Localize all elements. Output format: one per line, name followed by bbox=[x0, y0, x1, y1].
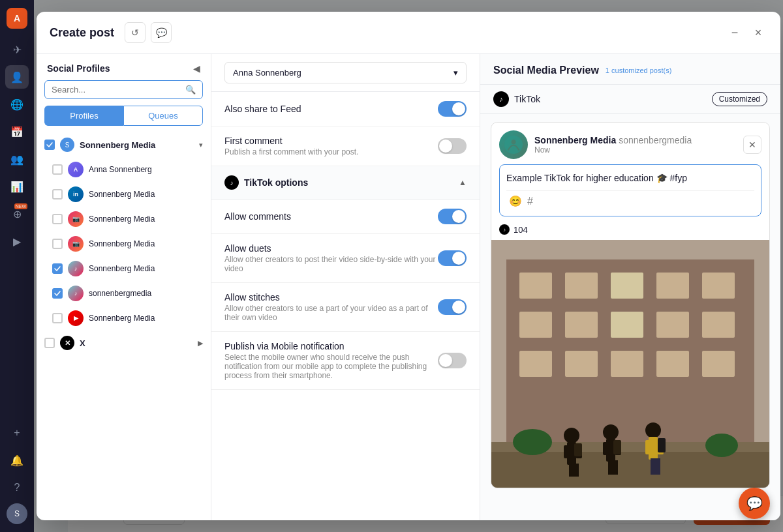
publish-mobile-toggle[interactable] bbox=[438, 353, 467, 368]
profile-name-0: Anna Sonnenberg bbox=[89, 165, 152, 174]
svg-rect-9 bbox=[519, 312, 552, 338]
preview-post-time: Now bbox=[534, 145, 737, 155]
svg-rect-23 bbox=[564, 445, 570, 458]
svg-rect-26 bbox=[574, 464, 579, 477]
undo-button[interactable]: ↺ bbox=[125, 22, 146, 43]
svg-rect-41 bbox=[658, 438, 666, 452]
platform-label: TikTok bbox=[514, 94, 540, 104]
modal-overlay: Create post ↺ 💬 − × Social Profiles ◀ bbox=[34, 0, 783, 532]
group-name: Sonnenberg Media bbox=[80, 140, 194, 150]
platform-row: ♪ TikTok Customized bbox=[480, 85, 780, 114]
svg-point-35 bbox=[645, 422, 661, 438]
nav-globe-icon[interactable]: 🌐 bbox=[5, 93, 29, 116]
svg-rect-13 bbox=[702, 312, 735, 338]
chat-bubble-button[interactable]: 💬 bbox=[739, 488, 770, 519]
nav-users-icon[interactable]: 👥 bbox=[5, 147, 29, 171]
profile-checkbox-0[interactable] bbox=[52, 164, 63, 175]
svg-rect-14 bbox=[519, 351, 552, 377]
sidebar-title: Social Profiles bbox=[47, 63, 110, 74]
profile-avatar-0: A bbox=[68, 162, 84, 177]
allow-stitches-toggle[interactable] bbox=[438, 299, 467, 315]
preview-card-header: Sonnenberg Media sonnenbergmedia Now ✕ bbox=[491, 123, 769, 164]
nav-bell-icon[interactable]: 🔔 bbox=[5, 449, 29, 472]
char-count: 104 bbox=[514, 225, 528, 235]
left-nav: A ✈ 👤 🌐 📅 👥 📊 ⊕ ▶ + 🔔 ? S bbox=[0, 0, 34, 532]
profile-item[interactable]: ♪ Sonnenberg Media bbox=[37, 256, 211, 281]
profile-checkbox-5[interactable] bbox=[52, 288, 63, 299]
profile-item[interactable]: A Anna Sonnenberg bbox=[37, 157, 211, 182]
close-modal-button[interactable]: × bbox=[749, 23, 767, 42]
profile-selector: Anna Sonnenberg ▾ bbox=[211, 54, 480, 92]
profile-checkbox-3[interactable] bbox=[52, 239, 63, 249]
allow-stitches-label: Allow stitches bbox=[224, 292, 438, 303]
nav-add-icon[interactable]: + bbox=[5, 421, 29, 445]
profile-checkbox-2[interactable] bbox=[52, 214, 63, 224]
search-input[interactable] bbox=[52, 85, 181, 95]
first-comment-toggle[interactable] bbox=[438, 138, 467, 154]
x-checkbox[interactable] bbox=[44, 338, 55, 348]
profile-dropdown[interactable]: Anna Sonnenberg ▾ bbox=[224, 62, 467, 83]
share-to-feed-label-group: Also share to Feed bbox=[224, 104, 301, 114]
preview-text-area[interactable]: Example TikTok for higher education 🎓 #f… bbox=[499, 164, 761, 216]
preview-avatar bbox=[499, 130, 528, 159]
profile-checkbox-4[interactable] bbox=[52, 263, 63, 274]
emoji-tool-button[interactable]: 😊 bbox=[509, 195, 522, 207]
tab-profiles[interactable]: Profiles bbox=[44, 106, 123, 126]
svg-rect-12 bbox=[656, 312, 689, 338]
nav-avatar[interactable]: S bbox=[7, 503, 27, 524]
close-preview-button[interactable]: ✕ bbox=[743, 136, 761, 154]
svg-rect-37 bbox=[645, 440, 652, 454]
preview-image-inner bbox=[491, 240, 769, 488]
comment-button[interactable]: 💬 bbox=[151, 22, 172, 43]
tiktok-section-header[interactable]: ♪ TikTok options ▲ bbox=[211, 166, 480, 200]
preview-card: Sonnenberg Media sonnenbergmedia Now ✕ E… bbox=[491, 122, 770, 488]
profile-item[interactable]: ▶ Sonnenberg Media bbox=[37, 306, 211, 331]
search-bar[interactable]: 🔍 bbox=[44, 80, 203, 99]
profile-name-1: Sonnenberg Media bbox=[89, 190, 155, 199]
group-checkbox[interactable] bbox=[44, 140, 55, 150]
profile-item[interactable]: in Sonnenberg Media bbox=[37, 182, 211, 207]
dropdown-chevron-icon: ▾ bbox=[453, 68, 458, 78]
profile-checkbox-1[interactable] bbox=[52, 189, 63, 200]
first-comment-label: First comment bbox=[224, 136, 358, 146]
group-chevron-icon: ▾ bbox=[199, 141, 203, 149]
svg-rect-10 bbox=[565, 312, 598, 338]
nav-new-icon[interactable]: ⊕ bbox=[5, 202, 29, 226]
customized-badge[interactable]: 1 customized post(s) bbox=[606, 66, 671, 74]
x-chevron-icon: ▶ bbox=[198, 339, 203, 347]
svg-rect-7 bbox=[656, 273, 689, 299]
profile-checkbox-6[interactable] bbox=[52, 313, 63, 323]
profile-item[interactable]: 📷 Sonnenberg Media bbox=[37, 207, 211, 231]
nav-calendar-icon[interactable]: 📅 bbox=[5, 120, 29, 143]
tab-queues[interactable]: Queues bbox=[123, 106, 203, 126]
profile-avatar-3: 📷 bbox=[68, 236, 84, 252]
preview-account-name: Sonnenberg Media sonnenbergmedia bbox=[534, 135, 737, 145]
nav-profiles-icon[interactable]: 👤 bbox=[5, 65, 29, 89]
share-to-feed-label: Also share to Feed bbox=[224, 104, 301, 114]
profile-group-header[interactable]: S Sonnenberg Media ▾ bbox=[37, 132, 211, 157]
hashtag-tool-button[interactable]: # bbox=[527, 196, 533, 207]
profile-avatar-4: ♪ bbox=[68, 261, 84, 276]
profile-item[interactable]: ♪ sonnenbergmedia bbox=[37, 281, 211, 306]
app-logo[interactable]: A bbox=[7, 8, 27, 29]
nav-chart-icon[interactable]: 📊 bbox=[5, 175, 29, 198]
profile-item[interactable]: 📷 Sonnenberg Media bbox=[37, 231, 211, 256]
tiktok-section-title: TikTok options bbox=[244, 177, 308, 188]
nav-video-icon[interactable]: ▶ bbox=[5, 229, 29, 253]
selected-profile: Anna Sonnenberg bbox=[233, 68, 301, 78]
allow-duets-row: Allow duets Allow other creators to post… bbox=[211, 234, 480, 283]
modal-title: Create post bbox=[50, 26, 114, 40]
sidebar-collapse-button[interactable]: ◀ bbox=[193, 63, 200, 74]
x-group[interactable]: ✕ X ▶ bbox=[37, 331, 211, 355]
nav-compose-icon[interactable]: ✈ bbox=[5, 38, 29, 61]
publish-mobile-row: Publish via Mobile notification Select t… bbox=[211, 332, 480, 390]
svg-rect-15 bbox=[565, 351, 598, 377]
allow-duets-toggle[interactable] bbox=[438, 250, 467, 266]
first-comment-label-group: First comment Publish a first comment wi… bbox=[224, 136, 358, 156]
minimize-button[interactable]: − bbox=[726, 23, 744, 42]
allow-comments-label: Allow comments bbox=[224, 211, 291, 222]
share-to-feed-toggle[interactable] bbox=[438, 101, 467, 117]
nav-help-icon[interactable]: ? bbox=[5, 476, 29, 499]
allow-comments-toggle[interactable] bbox=[438, 209, 467, 224]
allow-duets-sublabel: Allow other creators to post their video… bbox=[224, 255, 438, 273]
